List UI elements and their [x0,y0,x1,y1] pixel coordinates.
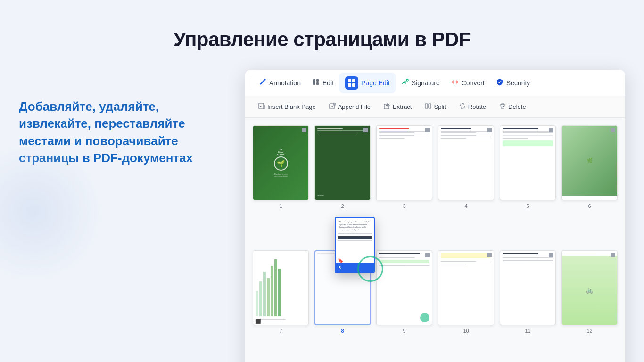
delete-icon [499,103,506,111]
corner-10 [487,253,492,257]
page-3-thumb[interactable]: 3 [376,125,432,245]
page-9-num: 9 [403,328,405,334]
append-label: Append File [338,103,371,110]
page9-circle [420,313,429,322]
page-4-image [438,125,494,200]
svg-rect-0 [313,79,315,85]
page-6-thumb[interactable]: 🌿 6 [561,125,618,245]
page7-bookmark: ⬛ [255,319,261,324]
sub-toolbar: Insert Blank Page Append File [245,96,625,118]
page-1-num: 1 [279,203,282,209]
page-1-thumb[interactable]: GoGreenAt Work 🌱 A handbook for uniongre… [253,125,309,245]
page6-text [562,196,617,200]
page-12-thumb[interactable]: 🚲 12 [561,250,618,362]
delete-btn[interactable]: Delete [494,100,532,114]
toolbar-signature[interactable]: Signature [396,74,446,91]
extract-label: Extract [393,103,412,110]
corner-3 [425,128,430,132]
page-4-content [438,126,494,200]
svg-rect-7 [425,104,428,108]
page-6-image: 🌿 [561,125,618,200]
extract-icon [384,103,390,111]
toolbar-edit[interactable]: Edit [306,74,339,91]
toolbar-divider-1 [251,76,251,90]
insert-icon [258,103,265,111]
floating-subtitle [338,233,372,241]
delete-label: Delete [508,103,526,110]
page-1-content: GoGreenAt Work 🌱 A handbook for uniongre… [253,126,308,200]
page-8-num: 8 [341,328,344,334]
checklist-header [379,128,409,129]
page-7-image: ⬛ [253,250,309,325]
extract-btn[interactable]: Extract [378,100,417,114]
svg-point-3 [406,79,408,81]
page-1-image: GoGreenAt Work 🌱 A handbook for uniongre… [253,125,309,200]
split-icon [425,103,431,111]
signature-area: ~~~ [317,134,368,197]
insert-blank-btn[interactable]: Insert Blank Page [253,100,322,114]
floating-text: "The developing world cannot fairly be e… [338,220,372,232]
page-10-image [438,250,494,325]
toolbar-annotation[interactable]: Annotation [253,74,306,91]
toolbar-page-edit[interactable]: Page Edit [339,73,396,93]
page-5-thumb[interactable]: 5 [500,125,556,245]
page-12-num: 12 [586,328,592,334]
signature-label: Signature [412,79,440,87]
page6-img: 🌿 [562,126,617,196]
page-2-content: ~~~ [315,126,370,200]
app-window: Annotation Edit Page E [245,70,625,362]
page-11-thumb[interactable]: 11 [500,250,556,362]
svg-rect-6 [384,104,389,109]
corner-6 [611,128,615,132]
pages-area: GoGreenAt Work 🌱 A handbook for uniongre… [245,118,625,362]
toolbar-convert[interactable]: Convert [446,74,490,91]
page9-circle-wrap [379,268,429,322]
append-file-btn[interactable]: Append File [323,100,376,114]
split-label: Split [434,103,446,110]
security-icon [496,78,504,87]
page-10-thumb[interactable]: 10 [438,250,494,362]
drag-indicator-circle [357,256,383,282]
left-description: Добавляйте, удаляйте, извлекайте, перест… [19,98,226,167]
svg-rect-8 [429,104,431,108]
bike-icon: 🚲 [586,287,593,294]
page6-img-icon: 🌿 [587,158,593,163]
corner-12 [611,253,615,257]
annotation-icon [259,78,266,88]
corner-1 [302,128,306,132]
annotation-label: Annotation [269,79,301,87]
split-btn[interactable]: Split [419,100,451,114]
page-9-content [377,251,432,325]
page-3-content [377,126,432,200]
page-9-thumb[interactable]: 9 [376,250,432,362]
page-5-num: 5 [526,203,529,209]
page-2-num: 2 [341,203,344,209]
page12-top [562,251,617,256]
floating-page-num: 8 [339,265,341,270]
page-3-image [376,125,432,200]
append-icon [329,103,336,111]
chart-area [256,253,306,317]
page-1-subtitle: A handbook for uniongreen representative… [274,173,288,177]
page11-title [503,253,538,254]
floating-bookmark: 🔖 [338,258,343,263]
page-11-content [500,251,555,325]
convert-label: Convert [462,79,485,87]
page-11-num: 11 [525,328,530,334]
contents-title [441,128,471,129]
toolbar-security[interactable]: Security [490,74,536,91]
page-2-image: ~~~ [314,125,371,200]
page-4-thumb[interactable]: 4 [438,125,494,245]
rotate-btn[interactable]: Rotate [454,100,492,114]
page-10-content [438,251,494,325]
bulb-icon: 🌱 [274,156,288,171]
corner-4 [487,128,492,132]
edit-icon [312,78,320,87]
signature-text: ~~~ [317,193,324,197]
corner-9 [425,253,430,257]
rotate-icon [459,103,466,111]
page-11-image [500,250,556,325]
page-title: Управление страницами в PDF [173,28,471,51]
page-7-thumb[interactable]: ⬛ 7 [253,250,309,362]
corner-11 [549,253,553,257]
